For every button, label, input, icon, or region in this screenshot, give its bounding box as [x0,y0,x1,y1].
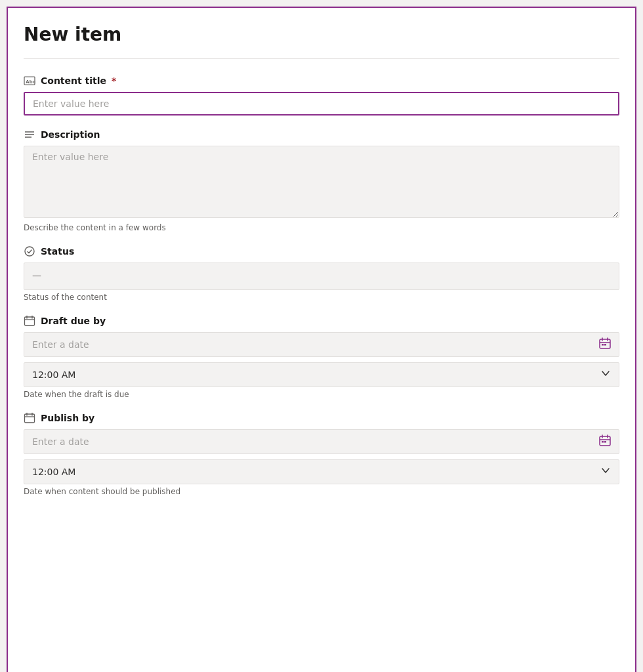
publish-date-input-wrapper [24,429,619,454]
draft-date-input-wrapper [24,332,619,357]
page-title: New item [24,24,619,45]
svg-point-5 [25,247,34,256]
section-divider [24,58,619,59]
publish-calendar-icon [24,412,35,424]
publish-time-select-wrapper: 12:00 AM 12:30 AM 1:00 AM 6:00 AM 12:00 … [24,459,619,484]
status-value: — [24,262,619,290]
publish-by-helper: Date when content should be published [24,487,619,496]
description-textarea[interactable] [24,146,619,218]
content-title-label: Abc Content title * [24,75,619,87]
publish-by-label-text: Publish by [41,413,94,423]
svg-rect-6 [25,317,35,326]
content-title-section: Abc Content title * [24,75,619,116]
publish-by-section: Publish by 12:00 AM 12:30 AM 1:00 AM [24,412,619,496]
status-label: Status [24,245,619,257]
draft-calendar-icon [24,315,35,327]
draft-date-input[interactable] [24,332,619,357]
draft-time-select-wrapper: 12:00 AM 12:30 AM 1:00 AM 6:00 AM 12:00 … [24,362,619,387]
publish-by-label: Publish by [24,412,619,424]
publish-date-input[interactable] [24,429,619,454]
content-title-input[interactable] [24,92,619,116]
draft-due-by-helper: Date when the draft is due [24,390,619,399]
required-marker: * [112,75,116,86]
description-helper: Describe the content in a few words [24,223,619,232]
draft-due-by-label: Draft due by [24,315,619,327]
draft-due-by-label-text: Draft due by [41,316,106,326]
lines-icon [24,129,35,140]
description-label: Description [24,129,619,140]
abc-icon: Abc [24,75,35,87]
check-circle-icon [24,245,35,257]
draft-due-by-section: Draft due by 12:00 AM 12:30 AM 1:00 AM [24,315,619,399]
page-wrapper: New item Abc Content title * [7,7,636,672]
draft-time-select[interactable]: 12:00 AM 12:30 AM 1:00 AM 6:00 AM 12:00 … [24,362,619,387]
status-section: Status — Status of the content [24,245,619,302]
status-label-text: Status [41,246,74,257]
svg-rect-16 [25,414,35,423]
publish-time-select[interactable]: 12:00 AM 12:30 AM 1:00 AM 6:00 AM 12:00 … [24,459,619,484]
status-helper: Status of the content [24,293,619,302]
description-label-text: Description [41,129,100,140]
description-section: Description Describe the content in a fe… [24,129,619,232]
svg-text:Abc: Abc [26,79,35,85]
content-title-label-text: Content title [41,75,106,86]
